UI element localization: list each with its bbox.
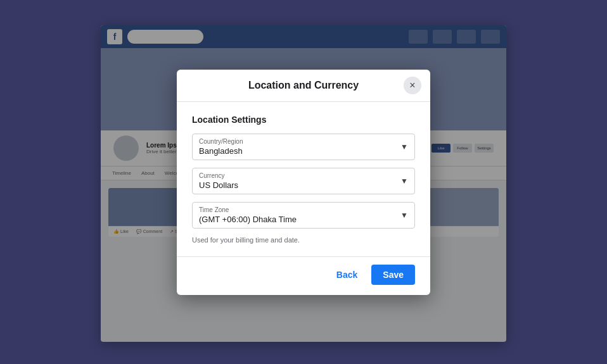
modal-body: Location Settings Country/Region Banglad…: [177, 102, 430, 256]
modal-footer: Back Save: [177, 256, 430, 295]
currency-value: US Dollars: [199, 180, 408, 190]
modal-overlay: Location and Currency × Location Setting…: [0, 0, 607, 364]
currency-field[interactable]: Currency US Dollars ▼: [192, 168, 415, 194]
timezone-value: (GMT +06:00) Dhaka Time: [199, 215, 408, 224]
country-dropdown-arrow: ▼: [400, 142, 408, 151]
currency-dropdown-arrow: ▼: [400, 177, 408, 185]
country-region-field[interactable]: Country/Region Bangladesh ▼: [192, 134, 415, 160]
back-button[interactable]: Back: [330, 266, 364, 284]
modal-title: Location and Currency: [248, 80, 359, 91]
timezone-field[interactable]: Time Zone (GMT +06:00) Dhaka Time ▼: [192, 202, 415, 229]
location-currency-modal: Location and Currency × Location Setting…: [177, 70, 430, 295]
country-value: Bangladesh: [199, 146, 408, 156]
hint-text: Used for your billing time and date.: [192, 236, 415, 244]
modal-close-button[interactable]: ×: [404, 77, 421, 94]
currency-label: Currency: [199, 172, 408, 179]
timezone-label: Time Zone: [199, 206, 408, 213]
save-button[interactable]: Save: [371, 265, 415, 285]
modal-header: Location and Currency ×: [177, 70, 430, 102]
section-title: Location Settings: [192, 115, 415, 125]
country-label: Country/Region: [199, 138, 408, 145]
timezone-dropdown-arrow: ▼: [400, 211, 408, 220]
